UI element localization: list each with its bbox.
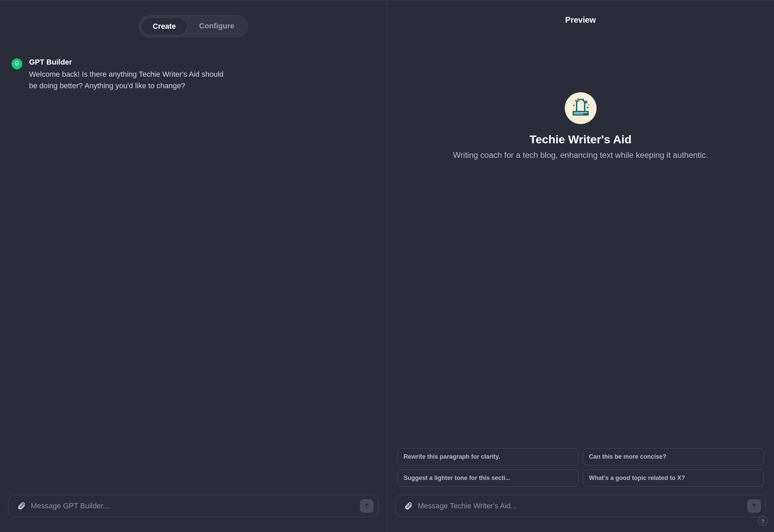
builder-panel: Create Configure GPT Builder Welcome bac… — [0, 0, 387, 532]
attach-icon[interactable] — [403, 501, 414, 511]
suggestion-chip[interactable]: What's a good topic related to X? — [583, 469, 764, 487]
tabs: Create Configure — [8, 0, 379, 38]
preview-header-title: Preview — [395, 15, 766, 25]
builder-send-button[interactable] — [360, 499, 373, 513]
preview-composer — [395, 495, 766, 517]
builder-chat: GPT Builder Welcome back! Is there anyth… — [8, 38, 379, 495]
svg-point-9 — [577, 98, 579, 99]
preview-input[interactable] — [418, 502, 743, 510]
gpt-card: Techie Writer's Aid Writing coach for a … — [453, 25, 708, 161]
tab-switcher: Create Configure — [139, 15, 248, 38]
tab-configure[interactable]: Configure — [188, 18, 246, 35]
gpt-description: Writing coach for a tech blog, enhancing… — [453, 149, 708, 161]
svg-point-8 — [583, 99, 584, 100]
svg-point-4 — [585, 101, 587, 103]
gpt-logo — [565, 92, 597, 124]
suggestion-chip[interactable]: Can this be more concise? — [583, 448, 764, 465]
builder-greeting: Welcome back! Is there anything Techie W… — [29, 69, 228, 92]
builder-message-body: GPT Builder Welcome back! Is there anyth… — [29, 58, 228, 92]
builder-message: GPT Builder Welcome back! Is there anyth… — [11, 58, 228, 92]
builder-composer-wrap — [8, 495, 379, 532]
svg-point-3 — [575, 100, 577, 102]
builder-input[interactable] — [31, 502, 356, 510]
svg-rect-2 — [574, 114, 583, 114]
app-root: Create Configure GPT Builder Welcome bac… — [0, 0, 774, 532]
gpt-title: Techie Writer's Aid — [529, 133, 631, 146]
preview-composer-wrap — [395, 495, 766, 532]
svg-point-10 — [588, 104, 589, 105]
suggestion-chip[interactable]: Rewrite this paragraph for clarity. — [397, 448, 579, 465]
suggestion-grid: Rewrite this paragraph for clarity. Can … — [395, 448, 766, 487]
builder-composer — [8, 495, 379, 517]
preview-header: Preview — [395, 0, 766, 25]
suggestion-chip[interactable]: Suggest a lighter tone for this secti... — [397, 469, 579, 487]
preview-send-button[interactable] — [747, 499, 761, 513]
svg-point-5 — [586, 106, 588, 108]
builder-name: GPT Builder — [29, 58, 228, 67]
help-button[interactable]: ? — [758, 516, 768, 526]
svg-rect-0 — [573, 111, 589, 116]
svg-rect-1 — [574, 112, 587, 113]
svg-point-6 — [573, 105, 575, 106]
preview-panel: Preview — [387, 0, 774, 532]
svg-point-7 — [580, 99, 581, 100]
preview-body: Techie Writer's Aid Writing coach for a … — [395, 25, 766, 495]
openai-icon — [11, 58, 22, 69]
tab-create[interactable]: Create — [141, 18, 188, 35]
attach-icon[interactable] — [16, 501, 27, 511]
